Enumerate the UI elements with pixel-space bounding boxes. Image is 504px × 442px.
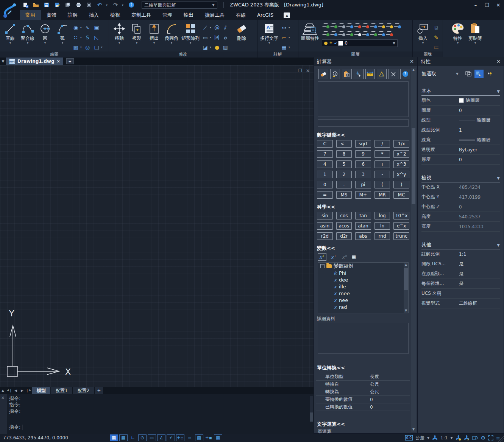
scroll-down-icon[interactable]: ▼ (404, 308, 408, 313)
sci-key[interactable]: abs (355, 232, 371, 240)
scientific-header[interactable]: 科學<< (317, 204, 410, 210)
unit-row[interactable]: 單位類型長度 (316, 373, 410, 381)
calc-key[interactable]: C (317, 140, 333, 148)
layer-isolate-icon[interactable] (394, 23, 401, 28)
command-line-panel[interactable]: ✕ 指令: 指令: 指令: 指令: (0, 394, 314, 434)
explode-icon[interactable]: ▨ (222, 44, 229, 50)
polar-tracking-icon[interactable]: ⊙ (138, 434, 147, 441)
fillet-button[interactable]: 倒圓角▾ (163, 21, 180, 45)
calculator-scrollbar[interactable]: ▲ ▼ (411, 68, 416, 432)
properties-palette-button[interactable]: 特性▾ (449, 21, 467, 45)
tree-scrollbar[interactable]: ▲ ▼ (404, 263, 408, 313)
sci-key[interactable]: r2d (317, 232, 333, 240)
variable-item[interactable]: xille (318, 283, 408, 290)
layer-copy-icon[interactable] (378, 31, 385, 36)
open-folder-icon[interactable] (32, 1, 40, 9)
prop-value[interactable]: 是 (455, 271, 463, 277)
layer-on-icon[interactable] (330, 23, 337, 28)
variables-folder-row[interactable]: − 變數範例 (318, 263, 408, 269)
section-basic[interactable]: 基本▼ (421, 87, 500, 96)
copy-dropdown-icon[interactable]: ▾ (136, 41, 137, 45)
variable-item[interactable]: xvee (318, 310, 408, 313)
clipboard-button[interactable]: 剪貼簿▾ (467, 21, 484, 45)
command-input[interactable]: 指令: (9, 424, 22, 431)
dynamic-ucs-icon[interactable]: +▫ (176, 434, 184, 441)
layer-select-combo[interactable]: ☀ 🔓︎ 0 ▼ (322, 39, 398, 47)
tab-custom-tools[interactable]: 定制工具 (126, 10, 157, 20)
undo-icon[interactable]: ↶ (95, 1, 104, 9)
table-icon[interactable]: ▦ (280, 44, 288, 50)
polyline-dropdown-icon[interactable]: ▾ (27, 41, 28, 45)
quick-select-icon[interactable] (464, 70, 473, 78)
properties-dropdown-icon[interactable]: ▾ (457, 41, 459, 45)
mirror-icon[interactable]: ⫽ (222, 25, 229, 31)
plot-icon[interactable] (74, 1, 83, 9)
align-icon[interactable]: 回 (213, 34, 221, 41)
doc-tab-list-icon[interactable]: ▼ (0, 59, 6, 63)
tab-express-tools[interactable]: 擴展工具 (199, 10, 230, 20)
new-variable-icon[interactable]: x+ (318, 253, 326, 261)
quick-properties-icon[interactable]: +▪ (204, 434, 213, 441)
transparency-icon[interactable]: ▩ (195, 434, 203, 441)
fillet-dropdown-icon[interactable]: ▾ (171, 41, 172, 45)
layer-thaw-icon[interactable] (354, 23, 361, 28)
prop-value[interactable]: 是 (455, 261, 463, 267)
get-angle-icon[interactable] (377, 69, 387, 79)
resize-grip[interactable] (498, 436, 504, 442)
calc-help-icon[interactable]: ? (400, 69, 410, 79)
calc-key[interactable]: 2 (336, 171, 352, 178)
stretch-button[interactable]: 擠出▾ (145, 21, 163, 45)
layer-delete-icon[interactable] (386, 31, 393, 36)
history-icon[interactable] (330, 69, 340, 79)
unit-value[interactable]: 0 (370, 397, 373, 402)
calc-key[interactable]: * (374, 150, 390, 158)
calc-key[interactable]: MC (393, 191, 409, 199)
unit-row[interactable]: 已轉換的數值0 (316, 403, 410, 411)
calc-key[interactable]: - (374, 171, 390, 178)
command-scrollbar[interactable] (310, 396, 313, 422)
measure-distance-icon[interactable] (365, 69, 375, 79)
rotate-icon[interactable]: ⌀ (222, 34, 229, 40)
minimize-button[interactable]: – (470, 0, 481, 10)
tab-arcgis[interactable]: ArcGIS (251, 10, 279, 20)
prop-value[interactable]: 1 (455, 128, 462, 133)
tab-manage[interactable]: 管理 (157, 10, 178, 20)
variable-item[interactable]: xmee (318, 290, 408, 297)
prop-value[interactable]: 0 (455, 157, 462, 162)
trim-icon[interactable]: ⟋ (201, 25, 209, 31)
sci-key[interactable]: atan (355, 222, 371, 230)
line-dropdown-icon[interactable]: ▾ (9, 41, 11, 45)
layer-previous-icon[interactable] (338, 31, 345, 36)
insert-dropdown-icon[interactable]: ▾ (422, 41, 424, 45)
sci-key[interactable]: e^x (393, 222, 409, 230)
scroll-up-icon[interactable]: ▲ (404, 263, 408, 267)
delete-variable-icon[interactable]: x× (341, 254, 349, 260)
calc-key[interactable]: + (374, 160, 390, 168)
layer-unlock-icon[interactable] (370, 23, 377, 28)
drawing-viewport[interactable]: – ❐ ✕ Y X (0, 65, 314, 387)
calc-key[interactable]: 3 (355, 171, 371, 178)
save-icon[interactable] (42, 1, 51, 9)
layer-turn-on-icon[interactable] (378, 23, 385, 28)
s-curve-icon[interactable]: S (84, 34, 91, 40)
calc-key[interactable]: 1/x (393, 140, 409, 148)
calc-key[interactable]: 9 (355, 150, 371, 158)
section-view[interactable]: 檢視▼ (421, 174, 500, 182)
sci-key[interactable]: log (374, 212, 390, 219)
layout-add-tab[interactable]: + (95, 387, 103, 394)
edit-block-icon[interactable]: ✎ (432, 34, 440, 40)
units-header[interactable]: 單位轉換<< (317, 364, 410, 371)
unit-row[interactable]: 轉換自公尺 (316, 381, 410, 388)
calc-key[interactable]: 1 (317, 171, 333, 178)
ortho-mode-icon[interactable]: ∟ (129, 434, 137, 441)
sci-key[interactable]: rnd (374, 232, 390, 240)
calc-key[interactable]: 0 (317, 181, 333, 188)
dynamic-input-icon[interactable]: ⚡ (167, 434, 175, 441)
mtext-button[interactable]: A 多行文字▾ (259, 21, 279, 45)
sci-key[interactable]: ln (374, 222, 390, 230)
annotation-scale-icon[interactable] (432, 435, 438, 441)
prop-value[interactable]: 隨圖層 (455, 137, 490, 143)
dropdown-icon[interactable]: ▾ (289, 46, 291, 49)
layer-state-icon[interactable] (346, 31, 353, 36)
circle-button[interactable]: 圓▾ (36, 21, 54, 45)
